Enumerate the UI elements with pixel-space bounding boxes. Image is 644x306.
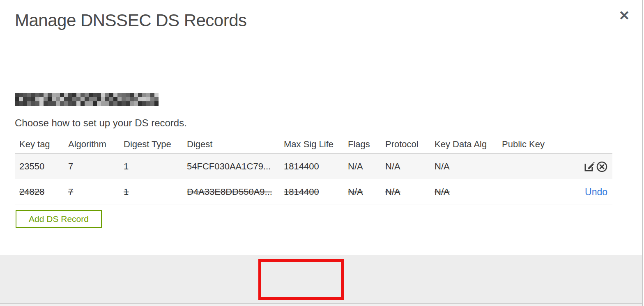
- dnssec-modal: Manage DNSSEC DS Records ✕ Choose how to…: [0, 0, 644, 306]
- ds-records-table: Key tag Algorithm Digest Type Digest Max…: [15, 135, 612, 205]
- cell-digest-type: 1: [119, 161, 182, 172]
- add-ds-record-button[interactable]: Add DS Record: [16, 210, 102, 228]
- window-right-edge: [642, 0, 643, 306]
- cell-flags: N/A: [343, 187, 381, 197]
- close-icon[interactable]: ✕: [616, 7, 632, 24]
- cell-algorithm: 7: [64, 187, 119, 197]
- table-row: 23550 7 1 54FCF030AA1C79... 1814400 N/A …: [15, 154, 612, 179]
- cell-key-data-alg: N/A: [430, 161, 497, 172]
- cell-key-data-alg: N/A: [430, 187, 497, 197]
- cell-key-tag: 23550: [15, 161, 64, 172]
- cell-digest-type: 1: [119, 187, 182, 197]
- cell-key-tag: 24828: [15, 187, 64, 197]
- page-title: Manage DNSSEC DS Records: [15, 11, 247, 30]
- table-header-row: Key tag Algorithm Digest Type Digest Max…: [15, 135, 612, 153]
- cell-max-sig-life: 1814400: [279, 187, 343, 197]
- col-header-flags: Flags: [343, 139, 381, 150]
- col-header-key-tag: Key tag: [15, 139, 64, 150]
- delete-icon[interactable]: [596, 161, 607, 172]
- col-header-key-data-alg: Key Data Alg: [430, 139, 497, 150]
- col-header-digest-type: Digest Type: [119, 139, 182, 150]
- cell-protocol: N/A: [381, 161, 430, 172]
- cell-protocol: N/A: [381, 187, 430, 197]
- domain-name-redacted: [15, 93, 159, 106]
- edit-icon[interactable]: [584, 161, 595, 172]
- cell-algorithm: 7: [64, 161, 119, 172]
- undo-link[interactable]: Undo: [585, 187, 607, 198]
- instruction-text: Choose how to set up your DS records.: [15, 117, 187, 129]
- col-header-public-key: Public Key: [497, 139, 561, 150]
- window-bottom-strip: [0, 304, 642, 306]
- table-row: 24828 7 1 D4A33E8DD550A9... 1814400 N/A …: [15, 179, 612, 205]
- col-header-max-sig-life: Max Sig Life: [279, 139, 343, 150]
- col-header-algorithm: Algorithm: [64, 139, 119, 150]
- cell-flags: N/A: [343, 161, 381, 172]
- cell-digest: D4A33E8DD550A9...: [182, 187, 279, 197]
- col-header-digest: Digest: [182, 139, 279, 150]
- col-header-protocol: Protocol: [381, 139, 430, 150]
- cell-digest: 54FCF030AA1C79...: [182, 161, 279, 172]
- modal-footer: Save Cancel: [0, 255, 642, 303]
- cell-max-sig-life: 1814400: [279, 161, 343, 172]
- divider: [15, 205, 612, 205]
